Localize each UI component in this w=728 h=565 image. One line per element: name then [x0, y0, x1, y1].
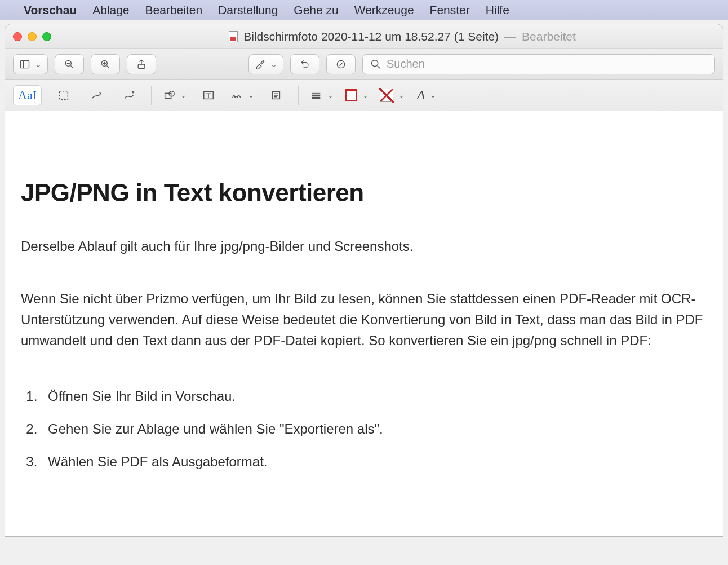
chevron-down-icon: ⌄ [35, 60, 42, 69]
chevron-down-icon: ⌄ [270, 60, 277, 69]
svg-line-6 [107, 65, 109, 68]
menu-ablage[interactable]: Ablage [92, 3, 129, 17]
zoom-out-icon [64, 59, 75, 70]
shapes-icon [163, 89, 175, 101]
document-lead-paragraph: Derselbe Ablauf gilt auch für Ihre jpg/p… [21, 239, 707, 254]
rotate-left-icon [299, 59, 310, 70]
macos-menubar: Vorschau Ablage Bearbeiten Darstellung G… [0, 0, 728, 20]
markup-toolbar: AaI ⌄ ⌄ ⌄ [5, 80, 723, 111]
search-icon [370, 58, 382, 70]
title-separator: — [504, 30, 516, 43]
border-style-picker[interactable]: ⌄ [310, 85, 334, 105]
draw-tool[interactable] [118, 85, 140, 105]
highlight-button[interactable]: ⌄ [248, 54, 283, 74]
fill-color-picker[interactable]: ⌄ [380, 85, 405, 105]
sketch-tool[interactable] [86, 85, 107, 105]
menubar-app-name[interactable]: Vorschau [24, 3, 77, 17]
sidebar-icon [19, 59, 30, 70]
menu-gehe-zu[interactable]: Gehe zu [294, 3, 338, 17]
svg-point-16 [169, 91, 174, 96]
signature-icon [230, 89, 243, 101]
chevron-down-icon: ⌄ [248, 91, 254, 99]
search-field[interactable]: Suchen [362, 54, 715, 74]
line-weight-icon [310, 89, 322, 101]
list-item: Öffnen Sie Ihr Bild in Vorschau. [41, 389, 707, 404]
markup-toggle-button[interactable] [326, 54, 356, 74]
draw-icon [123, 89, 135, 101]
sidebar-toggle-button[interactable]: ⌄ [13, 54, 48, 74]
zoom-in-button[interactable] [91, 54, 120, 74]
main-toolbar: ⌄ ⌄ Suchen [5, 49, 723, 80]
text-box-icon [202, 89, 215, 101]
note-tool[interactable] [265, 85, 287, 105]
search-placeholder: Suchen [387, 58, 425, 70]
svg-rect-0 [21, 60, 29, 68]
document-steps-list: Öffnen Sie Ihr Bild in Vorschau. Gehen S… [21, 389, 707, 470]
close-window-button[interactable] [13, 32, 22, 41]
svg-line-3 [71, 65, 73, 68]
rotate-button[interactable] [290, 54, 319, 74]
toolbar-separator [298, 86, 299, 105]
note-icon [270, 89, 282, 101]
highlighter-icon [255, 59, 266, 70]
text-box-tool[interactable] [198, 85, 219, 105]
window-traffic-lights [13, 32, 51, 41]
markup-pen-icon [335, 59, 347, 70]
svg-line-12 [378, 65, 380, 68]
menu-bearbeiten[interactable]: Bearbeiten [145, 3, 203, 17]
chevron-down-icon: ⌄ [362, 91, 369, 99]
zoom-in-icon [100, 59, 111, 70]
chevron-down-icon: ⌄ [180, 91, 187, 99]
sign-tool[interactable]: ⌄ [230, 85, 254, 105]
document-heading: JPG/PNG in Text konvertieren [21, 179, 707, 207]
border-color-picker[interactable]: ⌄ [345, 85, 369, 105]
sketch-icon [90, 89, 103, 101]
svg-point-11 [372, 60, 378, 66]
window-title-group: Bildschirmfoto 2020-11-12 um 18.52.27 (1… [125, 30, 680, 43]
fullscreen-window-button[interactable] [42, 32, 51, 41]
menu-hilfe[interactable]: Hilfe [486, 3, 509, 17]
font-style-label: A [417, 87, 425, 103]
document-proxy-icon[interactable] [229, 31, 238, 42]
fill-color-swatch-icon [380, 89, 393, 102]
share-button[interactable] [127, 54, 156, 74]
toolbar-separator [151, 86, 152, 105]
share-icon [136, 59, 147, 70]
svg-point-14 [132, 91, 134, 93]
document-viewport[interactable]: JPG/PNG in Text konvertieren Derselbe Ab… [5, 111, 723, 536]
menu-werkzeuge[interactable]: Werkzeuge [354, 3, 414, 17]
chevron-down-icon: ⌄ [398, 91, 405, 99]
svg-rect-13 [60, 91, 68, 99]
text-selection-tool[interactable]: AaI [13, 85, 42, 105]
document-body-paragraph: Wenn Sie nicht über Prizmo verfügen, um … [21, 288, 707, 351]
chevron-down-icon: ⌄ [430, 91, 436, 99]
text-tool-label: AaI [18, 88, 37, 103]
list-item: Wählen Sie PDF als Ausgabeformat. [41, 454, 707, 470]
minimize-window-button[interactable] [28, 32, 37, 41]
zoom-out-button[interactable] [55, 54, 84, 74]
marquee-icon [57, 89, 70, 101]
window-titlebar: Bildschirmfoto 2020-11-12 um 18.52.27 (1… [5, 24, 723, 49]
list-item: Gehen Sie zur Ablage und wählen Sie "Exp… [41, 421, 707, 437]
menu-fenster[interactable]: Fenster [430, 3, 470, 17]
menu-darstellung[interactable]: Darstellung [218, 3, 278, 17]
window-edited-label: Bearbeitet [522, 30, 576, 43]
border-color-swatch-icon [345, 89, 357, 101]
font-style-picker[interactable]: A ⌄ [416, 85, 437, 105]
rectangular-selection-tool[interactable] [53, 85, 74, 105]
window-title-text: Bildschirmfoto 2020-11-12 um 18.52.27 (1… [243, 30, 499, 43]
shapes-tool[interactable]: ⌄ [163, 85, 187, 105]
chevron-down-icon: ⌄ [327, 91, 334, 99]
app-window: Bildschirmfoto 2020-11-12 um 18.52.27 (1… [5, 24, 723, 537]
